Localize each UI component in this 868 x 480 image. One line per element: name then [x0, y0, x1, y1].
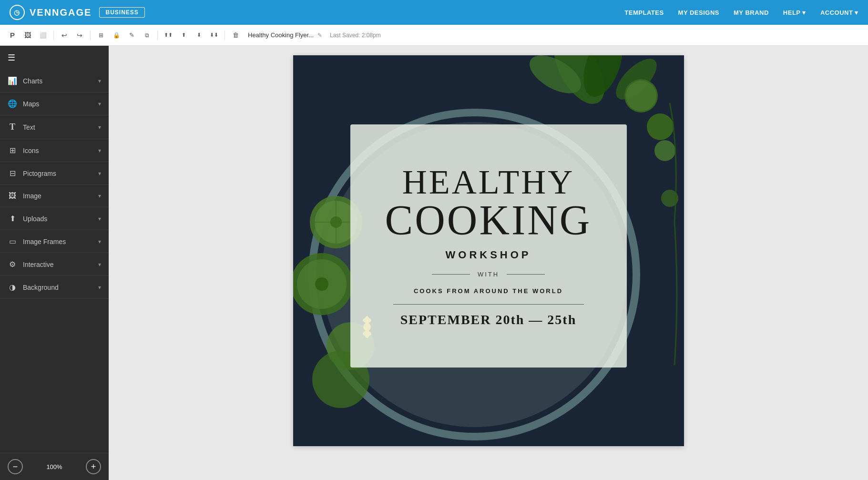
sidebar-menu-icon[interactable]: ☰ [0, 46, 109, 70]
image-upload-icon: 🖼 [24, 31, 31, 39]
toolbar-sep-3 [157, 31, 158, 40]
sidebar-label-background: Background [23, 284, 59, 291]
main-area: ☰ 📊 Charts ▾ 🌐 Maps ▾ T Text ▾ [0, 46, 868, 480]
sidebar-label-pictograms: Pictograms [23, 170, 56, 177]
copy-icon: ⧉ [145, 32, 149, 39]
sidebar-label-maps: Maps [23, 100, 39, 108]
undo-icon: ↩ [61, 31, 67, 39]
zoom-level-display: 100% [46, 463, 62, 470]
text-chevron-icon: ▾ [98, 124, 101, 131]
logo-p-icon: P [10, 31, 15, 39]
charts-chevron-icon: ▾ [98, 78, 101, 84]
toolbar-send-back-btn[interactable]: ⬇⬇ [207, 29, 221, 42]
divider-left [432, 274, 470, 275]
zoom-controls: − 100% + [0, 453, 109, 480]
bring-front-icon: ⬆⬆ [164, 32, 173, 38]
resize-icon: ⊞ [99, 32, 103, 39]
zoom-out-button[interactable]: − [8, 459, 23, 474]
image-frames-chevron-icon: ▾ [98, 238, 101, 245]
divider-right [507, 274, 545, 275]
nav-help[interactable]: HELP ▾ [783, 9, 806, 16]
toolbar-sep-2 [90, 31, 91, 40]
app-name: VENNGAGE [30, 7, 92, 18]
interactive-icon: ⚙ [8, 260, 17, 269]
sidebar-label-text: Text [23, 123, 35, 131]
sidebar-item-maps[interactable]: 🌐 Maps ▾ [0, 92, 109, 115]
content-overlay-box: HEALTHY COOKING WORKSHOP WITH COOKS FROM… [350, 124, 627, 368]
toolbar-image-btn2[interactable]: ⬜ [36, 29, 50, 42]
toolbar-sep-4 [225, 31, 225, 40]
top-nav-links: TEMPLATES MY DESIGNS MY BRAND HELP ▾ ACC… [624, 9, 858, 16]
toolbar-edit-btn[interactable]: ✎ [125, 29, 138, 42]
canvas-title-healthy: HEALTHY [402, 165, 574, 199]
toolbar-bring-up-btn[interactable]: ⬆ [177, 29, 190, 42]
toolbar-undo-btn[interactable]: ↩ [58, 29, 71, 42]
icons-chevron-icon: ▾ [98, 147, 101, 154]
canvas-subtitle-workshop: WORKSHOP [446, 249, 531, 261]
toolbar-lock-btn[interactable]: 🔒 [110, 29, 123, 42]
nav-my-designs[interactable]: MY DESIGNS [678, 9, 719, 16]
pictograms-chevron-icon: ▾ [98, 170, 101, 177]
sidebar-label-uploads: Uploads [23, 215, 47, 223]
toolbar-redo-btn[interactable]: ↪ [73, 29, 86, 42]
uploads-chevron-icon: ▾ [98, 215, 101, 222]
pictograms-icon: ⊟ [8, 169, 17, 178]
canvas-divider-with: WITH [369, 271, 608, 278]
hamburger-icon: ☰ [8, 52, 15, 63]
image-icon: 🖼 [8, 192, 17, 200]
bring-up-icon: ⬆ [182, 32, 186, 38]
doc-title-edit-icon[interactable]: ✎ [317, 32, 322, 39]
zoom-in-button[interactable]: + [86, 459, 101, 474]
nav-my-brand[interactable]: MY BRAND [734, 9, 769, 16]
toolbar-bring-front-btn[interactable]: ⬆⬆ [162, 29, 175, 42]
canvas-area[interactable]: HEALTHY COOKING WORKSHOP WITH COOKS FROM… [109, 46, 868, 480]
toolbar-copy-btn[interactable]: ⧉ [140, 29, 153, 42]
doc-title-area: Healthy Cooking Flyer... ✎ Last Saved: 2… [248, 31, 381, 39]
nav-templates[interactable]: TEMPLATES [624, 9, 664, 16]
sidebar-item-uploads[interactable]: ⬆ Uploads ▾ [0, 207, 109, 230]
nav-account[interactable]: ACCOUNT ▾ [820, 9, 858, 16]
sidebar-item-charts[interactable]: 📊 Charts ▾ [0, 70, 109, 92]
send-down-icon: ⬇ [197, 32, 201, 38]
toolbar: P 🖼 ⬜ ↩ ↪ ⊞ 🔒 ✎ ⧉ ⬆⬆ ⬆ ⬇ ⬇⬇ 🗑 Healthy Co… [0, 25, 868, 46]
canvas-title-cooking: COOKING [385, 199, 592, 241]
canvas-cooks-text: COOKS FROM AROUND THE WORLD [414, 287, 563, 295]
sidebar-label-icons: Icons [23, 147, 39, 154]
text-icon: T [8, 122, 17, 132]
sidebar-item-interactive[interactable]: ⚙ Interactive ▾ [0, 253, 109, 276]
image-frames-icon: ▭ [8, 237, 17, 246]
redo-icon: ↪ [77, 31, 82, 39]
sidebar-item-image-frames[interactable]: ▭ Image Frames ▾ [0, 230, 109, 253]
doc-title: Healthy Cooking Flyer... [248, 31, 314, 39]
background-icon: ◑ [8, 283, 17, 292]
toolbar-send-down-btn[interactable]: ⬇ [192, 29, 205, 42]
last-saved: Last Saved: 2:08pm [330, 32, 381, 39]
sidebar-item-background[interactable]: ◑ Background ▾ [0, 276, 109, 299]
edit-icon: ✎ [129, 31, 134, 39]
send-back-icon: ⬇⬇ [210, 32, 218, 38]
sidebar: ☰ 📊 Charts ▾ 🌐 Maps ▾ T Text ▾ [0, 46, 109, 480]
sidebar-item-icons[interactable]: ⊞ Icons ▾ [0, 139, 109, 162]
canvas-date-text: SEPTEMBER 20th — 25th [400, 312, 577, 327]
toolbar-resize-btn[interactable]: ⊞ [94, 29, 108, 42]
lock-icon: 🔒 [113, 32, 120, 39]
sidebar-label-image-frames: Image Frames [23, 238, 66, 245]
logo-area[interactable]: ◷ VENNGAGE [10, 5, 92, 20]
image-icon2: ⬜ [40, 32, 47, 39]
charts-icon: 📊 [8, 76, 17, 85]
business-badge[interactable]: BUSINESS [99, 7, 144, 18]
maps-icon: 🌐 [8, 99, 17, 108]
interactive-chevron-icon: ▾ [98, 261, 101, 268]
icons-icon: ⊞ [8, 146, 17, 155]
toolbar-logo-btn[interactable]: P [6, 29, 19, 42]
canvas-date-divider [393, 304, 584, 305]
toolbar-delete-btn[interactable]: 🗑 [229, 29, 242, 42]
sidebar-item-image[interactable]: 🖼 Image ▾ [0, 185, 109, 207]
delete-icon: 🗑 [233, 31, 239, 39]
sidebar-item-pictograms[interactable]: ⊟ Pictograms ▾ [0, 162, 109, 185]
uploads-icon: ⬆ [8, 214, 17, 223]
sidebar-label-charts: Charts [23, 77, 42, 85]
image-chevron-icon: ▾ [98, 193, 101, 199]
toolbar-image-upload-btn[interactable]: 🖼 [21, 29, 34, 42]
sidebar-item-text[interactable]: T Text ▾ [0, 115, 109, 139]
